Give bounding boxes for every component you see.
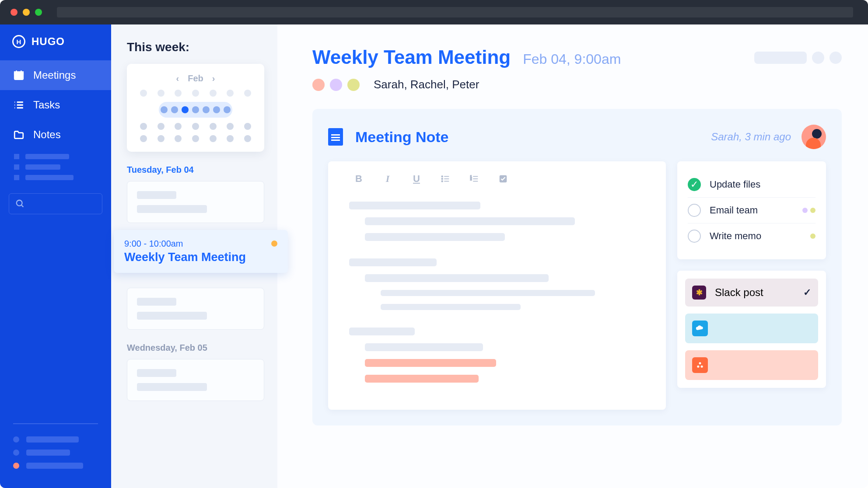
- search-icon: [15, 199, 25, 209]
- calendar-month: Feb: [188, 73, 203, 84]
- cloud-icon: [692, 321, 708, 336]
- integration-salesforce[interactable]: [685, 314, 818, 343]
- action-circle-placeholder[interactable]: [812, 52, 824, 64]
- action-button-placeholder[interactable]: [754, 52, 807, 64]
- task-label: Email team: [710, 205, 758, 216]
- day-header-1: Tuesday, Feb 04: [127, 165, 264, 175]
- next-month-button[interactable]: ›: [212, 73, 215, 84]
- search-input[interactable]: [9, 193, 102, 214]
- sidebar-bottom-list: [0, 415, 111, 478]
- integration-label: Slack post: [715, 286, 763, 299]
- asana-icon: [692, 357, 708, 373]
- svg-point-12: [441, 176, 443, 177]
- app-logo[interactable]: HUGO: [0, 35, 111, 60]
- svg-point-10: [17, 200, 22, 206]
- event-status-dot: [271, 241, 277, 247]
- integration-slack[interactable]: ✱ Slack post ✓: [685, 279, 818, 307]
- svg-point-14: [441, 178, 443, 180]
- folder-icon: [13, 129, 24, 140]
- nav-label: Tasks: [33, 99, 60, 111]
- svg-line-11: [21, 205, 24, 207]
- meeting-note-card: Meeting Note Sarah, 3 min ago B I U: [312, 109, 842, 425]
- nav-tasks[interactable]: Tasks: [0, 90, 111, 120]
- nav-label: Notes: [33, 129, 61, 141]
- bold-button[interactable]: B: [354, 174, 364, 184]
- action-circle-placeholder[interactable]: [830, 52, 842, 64]
- address-bar[interactable]: [57, 7, 853, 17]
- attendee-dot[interactable]: [347, 79, 360, 91]
- svg-point-26: [701, 366, 703, 368]
- document-icon: [328, 128, 343, 146]
- task-checkbox[interactable]: [688, 230, 701, 243]
- logo-icon: [12, 35, 25, 48]
- integration-asana[interactable]: [685, 350, 818, 380]
- window-maximize-button[interactable]: [35, 9, 42, 16]
- calendar-selected-week[interactable]: [159, 102, 232, 118]
- numbered-list-button[interactable]: 12: [469, 174, 480, 184]
- event-card-placeholder[interactable]: [127, 288, 264, 330]
- calendar-icon: [13, 70, 24, 81]
- list-icon: [13, 99, 24, 111]
- attendee-names: Sarah, Rachel, Peter: [374, 78, 479, 91]
- attendee-dot[interactable]: [312, 79, 325, 91]
- svg-text:2: 2: [470, 178, 472, 181]
- checkbox-button[interactable]: [498, 174, 508, 184]
- attendee-dot[interactable]: [330, 79, 342, 91]
- task-row[interactable]: Email team: [688, 198, 816, 223]
- bullet-list-button[interactable]: [440, 174, 451, 184]
- calendar-today[interactable]: [182, 106, 189, 113]
- day-header-2: Wednesday, Feb 05: [127, 343, 264, 353]
- event-card-placeholder[interactable]: [127, 359, 264, 401]
- prev-month-button[interactable]: ‹: [176, 73, 179, 84]
- task-checkbox[interactable]: [688, 204, 701, 217]
- event-card-selected[interactable]: 9:00 - 10:00am Weekly Team Meeting: [114, 230, 288, 273]
- timeline-panel: This week: ‹ Feb › Tuesday, Feb 04: [111, 24, 277, 488]
- task-checkbox-done[interactable]: ✓: [688, 178, 701, 191]
- task-label: Write memo: [710, 230, 761, 242]
- check-icon: ✓: [803, 287, 811, 298]
- svg-rect-1: [14, 72, 23, 74]
- tasks-box: ✓ Update files Email team Write memo: [677, 161, 826, 259]
- svg-point-25: [697, 366, 699, 368]
- editor-toolbar: B I U 12: [349, 174, 645, 184]
- note-editor[interactable]: B I U 12: [328, 161, 666, 410]
- meeting-date: Feb 04, 9:00am: [523, 51, 621, 67]
- task-row[interactable]: ✓ Update files: [688, 172, 816, 198]
- nav-sub-items: [0, 150, 111, 185]
- slack-icon: ✱: [692, 286, 706, 300]
- meeting-content: Weekly Team Meeting Feb 04, 9:00am Sarah…: [277, 24, 868, 488]
- nav-meetings[interactable]: Meetings: [0, 60, 111, 90]
- svg-point-24: [699, 362, 701, 364]
- panel-heading: This week:: [127, 40, 264, 54]
- title-actions: [754, 52, 842, 64]
- sidebar: HUGO Meetings Tasks Notes: [0, 24, 111, 488]
- event-time: 9:00 - 10:00am: [124, 239, 277, 249]
- task-label: Update files: [710, 179, 760, 190]
- integrations-box: ✱ Slack post ✓: [677, 271, 826, 388]
- event-card-placeholder[interactable]: [127, 181, 264, 223]
- attendees-row: Sarah, Rachel, Peter: [312, 78, 842, 91]
- mini-calendar[interactable]: ‹ Feb ›: [127, 64, 264, 152]
- window-minimize-button[interactable]: [23, 9, 30, 16]
- underline-button[interactable]: U: [411, 174, 422, 184]
- note-meta: Sarah, 3 min ago: [711, 131, 791, 143]
- bottom-item[interactable]: [13, 436, 98, 443]
- page-title: Weekly Team Meeting: [312, 46, 511, 68]
- note-title: Meeting Note: [355, 129, 448, 146]
- calendar-grid[interactable]: [136, 90, 255, 142]
- window-close-button[interactable]: [10, 9, 18, 16]
- note-author-avatar[interactable]: [802, 125, 826, 149]
- svg-point-16: [441, 181, 443, 182]
- titlebar: [0, 0, 868, 24]
- nav-notes[interactable]: Notes: [0, 120, 111, 150]
- italic-button[interactable]: I: [382, 174, 393, 184]
- bottom-item[interactable]: [13, 450, 98, 456]
- task-row[interactable]: Write memo: [688, 223, 816, 249]
- bottom-item[interactable]: [13, 463, 98, 469]
- event-title: Weekly Team Meeting: [124, 251, 277, 264]
- nav-label: Meetings: [33, 69, 76, 81]
- brand-name: HUGO: [32, 35, 65, 48]
